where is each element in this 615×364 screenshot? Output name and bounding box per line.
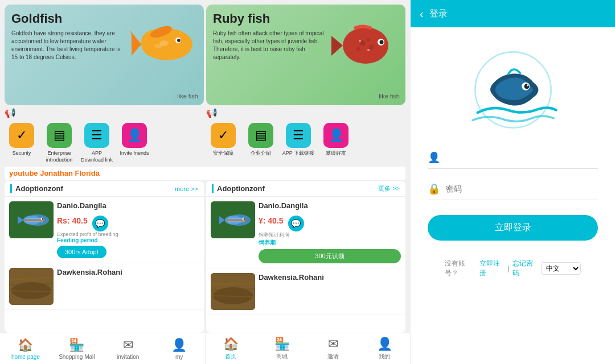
nav-invitation-cn[interactable]: ✉ 邀请 [308,333,359,364]
password-input[interactable] [446,184,598,193]
danio-thumb-cn [211,201,255,238]
promo-text: youtube Jonathan Florida [9,169,100,177]
dawkensia-thumb-cn [211,273,255,310]
security-cn-label: 安全保障 [213,150,233,157]
support-bubble-en[interactable]: 💬 [92,216,108,231]
dawkensia-details-cn: Dawkensia.Rohani [259,273,401,282]
enterprise-cn-label: 企业介绍 [251,150,271,157]
fish-listing-danio-cn: Danio.Dangila ¥: 40.5 💬 饲养预计利润 饲养期 300元认… [206,197,405,268]
app-logo [462,44,564,135]
dawkensia-name-cn: Dawkensia.Rohani [259,273,401,282]
icon-appdownload[interactable]: ☰ APP Download link [80,123,114,163]
nav-shopping-cn[interactable]: 🏪 商城 [256,333,308,364]
rubyfish-title: Ruby fish [213,11,399,26]
more-link-en[interactable]: more >> [175,185,198,192]
icon-invitefriends[interactable]: 👤 Invite friends [117,123,151,157]
svg-point-12 [356,47,360,51]
danio-name-en: Danio.Dangila [57,201,199,210]
danio-price-cn: ¥: 40.5 [259,216,284,225]
nav-shopping-en[interactable]: 🏪 Shopping Mall [51,333,102,364]
goldfish-card[interactable]: Goldfish Goldfish have strong resistance… [5,5,204,105]
nav-invitation-en[interactable]: ✉ invitation [102,333,154,364]
my-icon-en: 👤 [171,338,187,353]
speaker-icon-right: 📢 [206,107,218,118]
nav-label-shopping-cn: 商城 [276,353,288,361]
svg-marker-14 [331,36,343,56]
svg-point-17 [359,40,361,42]
my-icon-cn: 👤 [377,337,392,351]
security-label: Security [13,150,31,157]
icon-invitefriends-cn[interactable]: 👤 邀请好友 [319,123,353,157]
invitefriends-cn-label: 邀请好友 [326,150,346,157]
nav-label-shopping-en: Shopping Mall [59,354,95,360]
adoption-header-en: Adoptionzonf more >> [5,181,204,197]
shopping-icon-en: 🏪 [69,338,84,353]
footer-separator: | [507,264,509,272]
speaker-left: 📢 [5,107,204,118]
forgot-link[interactable]: 忘记密码 [512,259,538,278]
nav-homepage-cn[interactable]: 🏠 首页 [205,333,257,364]
goldfish-like: like fish [177,93,198,100]
adopt-btn-en[interactable]: 300rs Adopt [57,246,106,258]
appdownload-cn-icon-box: ☰ [286,123,311,148]
speaker-right: 📢 [206,107,405,118]
icon-security[interactable]: ✓ Security [5,123,39,157]
appdownload-cn-label: APP 下载链接 [282,150,314,157]
icon-enterprise[interactable]: ▤ Enterprise introduction [42,123,76,163]
nav-label-my-cn: 我的 [379,353,390,361]
svg-point-18 [367,49,370,51]
rubyfish-card[interactable]: Ruby fish Ruby fish often attack other t… [206,5,405,105]
adopt-btn-cn[interactable]: 300元认领 [259,249,401,263]
security-cn-icon-box: ✓ [211,123,236,148]
danio-price-row-en: Rs: 40.5 💬 [57,210,199,231]
login-button[interactable]: 立即登录 [428,215,598,241]
danio-details-en: Danio.Dangila Rs: 40.5 💬 Expected profit… [57,201,199,258]
fish-listing-danio-en: Danio.Dangila Rs: 40.5 💬 Expected profit… [5,197,204,263]
adoption-section-en: Adoptionzonf more >> [5,181,204,333]
nav-my-en[interactable]: 👤 my [154,333,205,364]
goldfish-desc: Goldfish have strong resistance, they ar… [11,30,123,61]
nav-label-invitation-en: invitation [117,354,139,360]
nav-my-cn[interactable]: 👤 我的 [359,333,410,364]
svg-point-13 [367,38,370,42]
adoption-title-en: Adoptionzonf [10,184,63,193]
icon-appdownload-cn[interactable]: ☰ APP 下载链接 [281,123,315,157]
appdownload-icon-box: ☰ [84,123,109,148]
invitation-icon-en: ✉ [123,338,133,353]
danio-desc-cn: 饲养预计利润 [259,231,401,239]
lock-icon: 🔒 [428,183,440,195]
icons-group-cn: ✓ 安全保障 ▤ 企业介绍 ☰ APP 下载链接 👤 邀请好友 [206,123,405,163]
password-row: 🔒 [428,178,598,200]
adoption-header-cn: Adoptionzonf 更多 >> [206,181,405,197]
nav-label-my-en: my [175,354,183,360]
svg-point-9 [343,27,388,64]
more-link-cn[interactable]: 更多 >> [378,184,400,193]
rubyfish-desc: Ruby fish often attack other types of tr… [213,30,325,61]
icons-group-en: ✓ Security ▤ Enterprise introduction ☰ A… [5,123,204,163]
nav-label-home-cn: 首页 [225,353,236,361]
user-icon: 👤 [428,151,440,164]
fish-cards-row: Goldfish Goldfish have strong resistance… [0,0,410,105]
icon-enterprise-cn[interactable]: ▤ 企业介绍 [244,123,278,157]
svg-point-51 [527,84,529,86]
shopping-icon-cn: 🏪 [274,337,290,351]
register-link[interactable]: 立即注册 [479,259,505,278]
svg-point-11 [369,45,374,49]
enterprise-icon-box: ▤ [47,123,72,148]
adoption-title-cn: Adoptionzonf [212,184,265,193]
nav-homepage-en[interactable]: 🏠 home page [0,333,51,364]
danio-name-cn: Danio.Dangila [259,201,401,210]
icon-security-cn[interactable]: ✓ 安全保障 [206,123,240,157]
invitation-icon-cn: ✉ [328,337,338,351]
lang-select[interactable]: 中文 English [541,262,581,275]
fish-listing-dawkensia-en: Dawkensia.Rohani [5,263,204,310]
nav-label-home-en: home page [11,354,40,360]
left-panel: Goldfish Goldfish have strong resistance… [0,0,410,364]
username-row: 👤 [428,147,598,169]
security-icon-box: ✓ [9,123,34,148]
username-input[interactable] [446,153,598,162]
back-button[interactable]: ‹ [420,7,424,20]
support-bubble-cn[interactable]: 💬 [288,216,304,231]
svg-point-16 [380,40,384,44]
right-panel: ‹ 登录 👤 [410,0,615,364]
